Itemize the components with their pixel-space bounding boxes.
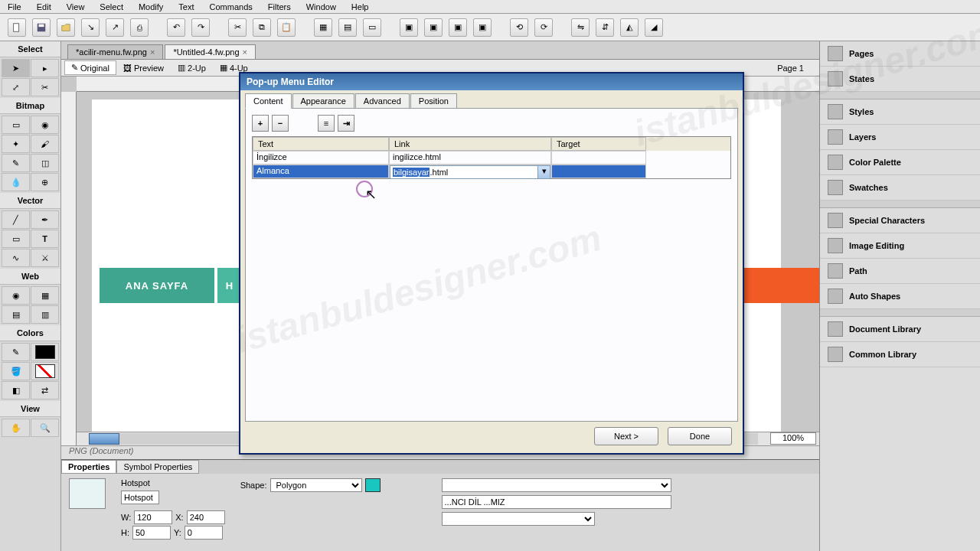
menu-view[interactable]: View xyxy=(67,2,85,11)
menu-commands[interactable]: Commands xyxy=(210,2,253,11)
redo-icon[interactable]: ↷ xyxy=(191,18,210,37)
forward-icon[interactable]: ▣ xyxy=(424,18,443,37)
show-tool[interactable]: ▥ xyxy=(31,305,59,324)
save-icon[interactable] xyxy=(32,18,51,37)
tab-content[interactable]: Content xyxy=(245,93,292,109)
link-dropdown[interactable]: bilgisayar.html ▾ xyxy=(390,165,550,179)
freeform-tool[interactable]: ∿ xyxy=(2,249,30,267)
menu-edit[interactable]: Edit xyxy=(37,2,51,11)
menu-text[interactable]: Text xyxy=(178,2,194,11)
panel-pages[interactable]: Pages xyxy=(820,41,980,67)
menu-window[interactable]: Window xyxy=(306,2,336,11)
hotspot-tool[interactable]: ◉ xyxy=(2,286,30,305)
ungroup-icon[interactable]: ▤ xyxy=(338,18,357,37)
blur-tool[interactable]: 💧 xyxy=(2,173,30,191)
close-icon[interactable]: × xyxy=(150,47,155,57)
wand-tool[interactable]: ✦ xyxy=(2,135,30,153)
fill-swatch[interactable] xyxy=(31,362,59,380)
doc-tab-2[interactable]: *Untitled-4.fw.png × xyxy=(165,44,256,59)
done-button[interactable]: Done xyxy=(668,427,732,445)
shape-select[interactable]: Polygon xyxy=(270,478,362,492)
marquee-tool[interactable]: ▭ xyxy=(2,116,30,134)
table-row[interactable]: İngilizce ingilizce.html xyxy=(253,151,730,165)
hotspot-color-swatch[interactable] xyxy=(365,478,381,492)
back-icon[interactable]: ▣ xyxy=(473,18,492,37)
flip-v-icon[interactable]: ⇵ xyxy=(596,18,614,37)
rotate-right-icon[interactable]: ⟳ xyxy=(534,18,553,37)
y-input[interactable] xyxy=(185,526,223,540)
front-icon[interactable]: ▣ xyxy=(400,18,418,37)
panel-layers[interactable]: Layers xyxy=(820,125,980,150)
settings-icon[interactable]: ◢ xyxy=(645,18,663,37)
align-icon[interactable]: ▭ xyxy=(363,18,381,37)
zoom-tool[interactable]: 🔍 xyxy=(31,419,59,437)
panel-image-editing[interactable]: Image Editing xyxy=(820,233,980,259)
lasso-tool[interactable]: ◉ xyxy=(31,116,59,134)
nav-button-1[interactable]: ANA SAYFA xyxy=(100,268,214,303)
indent-button[interactable]: ⇥ xyxy=(338,115,354,132)
rect-tool[interactable]: ▭ xyxy=(2,230,30,248)
link-select[interactable] xyxy=(442,478,671,492)
pencil-tool[interactable]: ✎ xyxy=(2,154,30,172)
menu-select[interactable]: Select xyxy=(100,2,123,11)
crop-tool[interactable]: ✂ xyxy=(31,78,59,96)
width-input[interactable] xyxy=(134,510,172,524)
group-icon[interactable]: ▦ xyxy=(314,18,332,37)
chevron-down-icon[interactable]: ▾ xyxy=(537,166,550,178)
import-icon[interactable]: ↘ xyxy=(81,18,100,37)
paste-icon[interactable]: 📋 xyxy=(277,18,296,37)
text-tool[interactable]: T xyxy=(31,230,59,248)
scroll-thumb[interactable] xyxy=(89,433,119,445)
view-2up[interactable]: ▥2-Up xyxy=(171,60,213,75)
panel-states[interactable]: States xyxy=(820,67,980,92)
menu-filters[interactable]: Filters xyxy=(268,2,291,11)
panel-color-palette[interactable]: Color Palette xyxy=(820,150,980,175)
mode-icon[interactable]: ◭ xyxy=(620,18,639,37)
cut-icon[interactable]: ✂ xyxy=(228,18,247,37)
scale-tool[interactable]: ⤢ xyxy=(2,78,30,96)
default-colors[interactable]: ◧ xyxy=(2,381,30,399)
x-input[interactable] xyxy=(187,510,225,524)
tab-advanced[interactable]: Advanced xyxy=(355,93,410,109)
hotspot-name-input[interactable] xyxy=(121,491,159,504)
pointer-tool[interactable]: ➤ xyxy=(2,59,30,77)
tab-symbol-properties[interactable]: Symbol Properties xyxy=(116,460,199,474)
target-select[interactable] xyxy=(442,512,595,526)
stroke-color-tool[interactable]: ✎ xyxy=(2,343,30,361)
panel-path[interactable]: Path xyxy=(820,259,980,284)
slice-tool[interactable]: ▦ xyxy=(31,286,59,305)
menu-file[interactable]: File xyxy=(8,2,21,11)
subselect-tool[interactable]: ▸ xyxy=(31,59,59,77)
tab-properties[interactable]: Properties xyxy=(61,460,116,474)
menu-modify[interactable]: Modify xyxy=(139,2,163,11)
alt-input[interactable] xyxy=(442,495,671,509)
pen-tool[interactable]: ✒ xyxy=(31,210,59,229)
panel-document-library[interactable]: Document Library xyxy=(820,317,980,342)
rotate-left-icon[interactable]: ⟲ xyxy=(510,18,528,37)
outdent-button[interactable]: ≡ xyxy=(318,115,335,132)
panel-swatches[interactable]: Swatches xyxy=(820,175,980,201)
line-tool[interactable]: ╱ xyxy=(2,210,30,229)
panel-special-chars[interactable]: Special Characters xyxy=(820,208,980,233)
panel-styles[interactable]: Styles xyxy=(820,99,980,125)
doc-tab-1[interactable]: *acilir-menu.fw.png × xyxy=(67,44,163,59)
zoom-level[interactable]: 100% xyxy=(770,432,816,445)
stamp-tool[interactable]: ⊕ xyxy=(31,173,59,191)
tab-appearance[interactable]: Appearance xyxy=(292,93,354,109)
swap-colors[interactable]: ⇄ xyxy=(31,381,59,399)
panel-common-library[interactable]: Common Library xyxy=(820,342,980,367)
flip-h-icon[interactable]: ⇋ xyxy=(571,18,590,37)
backward-icon[interactable]: ▣ xyxy=(449,18,467,37)
view-original[interactable]: ✎Original xyxy=(64,60,116,75)
hide-tool[interactable]: ▤ xyxy=(2,305,30,324)
next-button[interactable]: Next > xyxy=(594,427,658,445)
print-icon[interactable]: ⎙ xyxy=(130,18,149,37)
view-preview[interactable]: 🖼Preview xyxy=(116,61,171,75)
close-icon[interactable]: × xyxy=(243,47,247,57)
undo-icon[interactable]: ↶ xyxy=(167,18,185,37)
add-menu-item-button[interactable]: + xyxy=(252,115,269,132)
tab-position[interactable]: Position xyxy=(410,93,457,109)
open-icon[interactable] xyxy=(57,18,75,37)
copy-icon[interactable]: ⧉ xyxy=(253,18,271,37)
brush-tool[interactable]: 🖌 xyxy=(31,135,59,153)
